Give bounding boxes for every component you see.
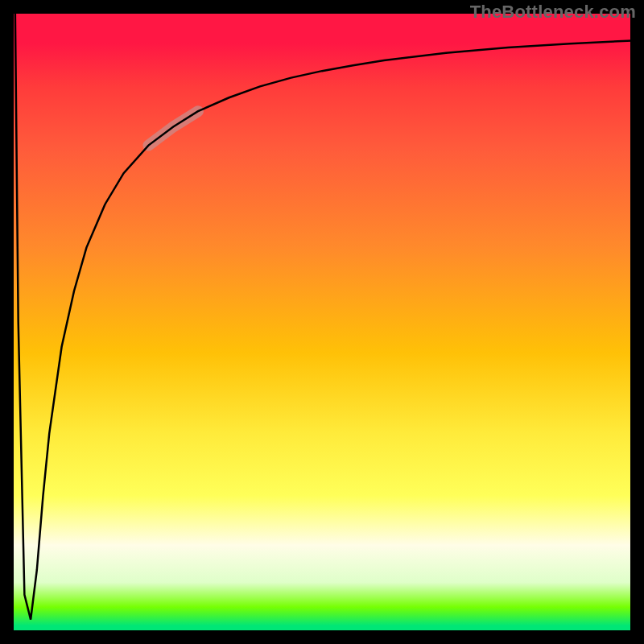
watermark-text: TheBottleneck.com xyxy=(470,2,636,23)
curve-layer xyxy=(12,12,632,632)
chart-container: TheBottleneck.com xyxy=(0,0,644,644)
plot-area xyxy=(12,12,632,632)
bottleneck-curve-line xyxy=(15,12,632,620)
